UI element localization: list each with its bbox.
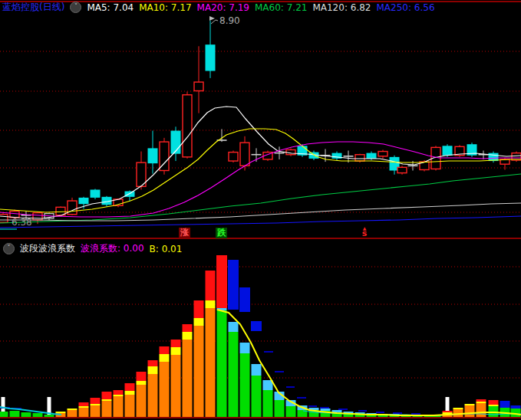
- fall-badge: 跌: [216, 228, 227, 238]
- ma120-value: MA120: 6.82: [312, 2, 371, 13]
- indicator-title: 波段波浪系数: [20, 242, 75, 255]
- wave-coef-value: 波浪系数: 0.00: [81, 242, 144, 255]
- ma20-value: MA20: 7.19: [197, 2, 249, 13]
- sell-signal-marker: ▲ s: [359, 226, 370, 237]
- b-value: B: 0.01: [150, 244, 183, 254]
- ma5-value: MA5: 7.04: [87, 2, 134, 13]
- ref-price-label: 6.38: [12, 218, 32, 227]
- sell-marker-letter: s: [359, 230, 370, 237]
- trading-app-window: { "header": { "title": "蓝焰控股(日线)", "coll…: [0, 0, 521, 420]
- ma60-value: MA60: 7.21: [255, 2, 307, 13]
- rise-badge: 涨: [179, 228, 190, 238]
- chart-canvas[interactable]: [0, 0, 521, 420]
- main-chart-header: 蓝焰控股(日线) ˅ MA5: 7.04 MA10: 7.17 MA20: 7.…: [2, 2, 435, 13]
- stock-title: 蓝焰控股(日线): [2, 1, 64, 14]
- ma10-value: MA10: 7.17: [139, 2, 191, 13]
- sub-chart-header: ˅ 波段波浪系数 波浪系数: 0.00 B: 0.01: [3, 243, 182, 254]
- chevron-down-icon[interactable]: ˅: [3, 243, 15, 254]
- high-price-label: 8.90: [219, 16, 240, 25]
- ma250-value: MA250: 6.56: [376, 2, 434, 13]
- chevron-down-icon[interactable]: ˅: [70, 2, 81, 13]
